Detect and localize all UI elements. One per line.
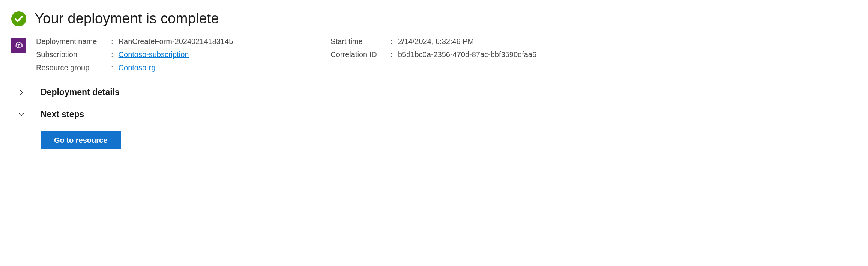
header-row: Your deployment is complete bbox=[11, 11, 857, 27]
deployment-info-row: { } Deployment name : RanCreateForm-2024… bbox=[11, 37, 857, 72]
correlation-id-value: b5d1bc0a-2356-470d-87ac-bbf3590dfaa6 bbox=[398, 50, 536, 59]
deployment-details-title: Deployment details bbox=[41, 87, 120, 97]
details-left-column: Deployment name : RanCreateForm-20240214… bbox=[36, 37, 233, 72]
correlation-id-row: Correlation ID : b5d1bc0a-2356-470d-87ac… bbox=[330, 50, 536, 59]
deployment-details-toggle[interactable]: Deployment details bbox=[11, 87, 857, 97]
subscription-label: Subscription bbox=[36, 50, 111, 59]
details-columns: Deployment name : RanCreateForm-20240214… bbox=[36, 37, 857, 72]
subscription-link[interactable]: Contoso-subscription bbox=[119, 50, 189, 59]
subscription-row: Subscription : Contoso-subscription bbox=[36, 50, 233, 59]
separator: : bbox=[390, 37, 393, 46]
separator: : bbox=[390, 50, 393, 59]
resource-group-link[interactable]: Contoso-rg bbox=[119, 63, 156, 72]
separator: : bbox=[111, 37, 113, 46]
next-steps-title: Next steps bbox=[41, 109, 84, 119]
details-right-column: Start time : 2/14/2024, 6:32:46 PM Corre… bbox=[330, 37, 536, 72]
svg-point-0 bbox=[11, 11, 26, 26]
start-time-label: Start time bbox=[330, 37, 390, 46]
start-time-row: Start time : 2/14/2024, 6:32:46 PM bbox=[330, 37, 536, 46]
chevron-down-icon bbox=[18, 111, 25, 118]
page-title: Your deployment is complete bbox=[35, 11, 219, 27]
go-to-resource-button[interactable]: Go to resource bbox=[41, 131, 121, 149]
start-time-value: 2/14/2024, 6:32:46 PM bbox=[398, 37, 474, 46]
separator: : bbox=[111, 63, 113, 72]
success-check-icon bbox=[11, 11, 26, 26]
deployment-name-value: RanCreateForm-20240214183145 bbox=[119, 37, 233, 46]
correlation-id-label: Correlation ID bbox=[330, 50, 390, 59]
resource-group-label: Resource group bbox=[36, 63, 111, 72]
resource-group-row: Resource group : Contoso-rg bbox=[36, 63, 233, 72]
deployment-name-label: Deployment name bbox=[36, 37, 111, 46]
chevron-right-icon bbox=[18, 89, 25, 96]
next-steps-content: Go to resource bbox=[11, 131, 857, 149]
next-steps-toggle[interactable]: Next steps bbox=[11, 109, 857, 119]
deployment-name-row: Deployment name : RanCreateForm-20240214… bbox=[36, 37, 233, 46]
svg-text:}: } bbox=[21, 44, 23, 48]
resource-type-icon: { } bbox=[11, 38, 26, 53]
svg-text:{: { bbox=[15, 44, 17, 48]
separator: : bbox=[111, 50, 113, 59]
